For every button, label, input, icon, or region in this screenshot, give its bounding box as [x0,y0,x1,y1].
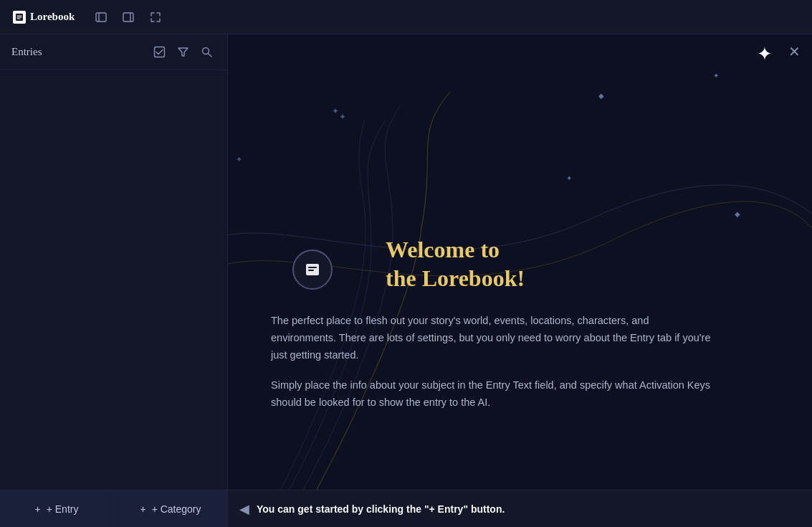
star-6: ✦ [236,155,242,164]
welcome-title-line1: Welcome to [386,235,783,264]
sidebar-title: Entries [11,46,42,58]
welcome-body: The perfect place to flesh out your stor… [271,313,715,412]
toolbar: Lorebook [0,0,812,34]
sidebar-footer: + + Entry + + Category [0,490,227,527]
add-category-icon: + [140,503,145,515]
star-8: ◆ [735,210,740,218]
logo: Lorebook [6,8,82,27]
filter-button[interactable] [174,44,192,60]
add-entry-button[interactable]: + + Entry [0,490,114,527]
svg-line-8 [209,54,212,57]
add-category-label: + Category [152,503,201,515]
welcome-paragraph-1: The perfect place to flesh out your stor… [271,313,715,364]
pin-right-button[interactable] [115,6,142,28]
welcome-title: Welcome to the Lorebook! [386,235,783,293]
checkbox-filter-button[interactable] [151,44,168,60]
star-7: ✦ [566,174,572,182]
sidebar-content [0,70,227,490]
star-3: ✦ [332,106,339,117]
star-5: ◆ [598,92,604,100]
add-entry-label: + Entry [47,503,79,515]
svg-marker-6 [178,48,188,56]
pin-left-button[interactable] [87,6,115,28]
hint-bar: ◀ You can get started by clicking the "+… [228,490,812,527]
svg-rect-1 [96,13,106,22]
main-layout: Entries [0,34,812,527]
sidebar-header: Entries [0,34,227,70]
sidebar-header-icons [151,44,216,60]
welcome-panel: Welcome to the Lorebook! The perfect pla… [271,235,783,424]
logo-icon [13,11,26,24]
star-4: ✦ [339,112,346,123]
welcome-paragraph-2: Simply place the info about your subject… [271,377,715,412]
hint-arrow-icon: ◀ [239,501,249,517]
svg-rect-3 [123,13,133,22]
welcome-title-line2: the Lorebook! [386,264,783,293]
star-1: ✦ [757,43,773,65]
close-icon: ✕ [788,44,801,60]
search-button[interactable] [198,44,216,60]
content-area: ✦ ✦ ✦ ✦ ◆ ✦ ✦ ◆ ✕ Welcome to the Loreboo… [228,34,812,527]
star-2: ✦ [713,72,719,80]
sidebar: Entries [0,34,228,527]
logo-label: Lorebook [30,11,75,23]
add-category-button[interactable]: + + Category [114,490,227,527]
add-entry-icon: + [35,503,41,515]
expand-button[interactable] [142,6,169,28]
close-button[interactable]: ✕ [788,43,801,60]
hint-text: You can get started by clicking the "+ E… [257,503,505,515]
